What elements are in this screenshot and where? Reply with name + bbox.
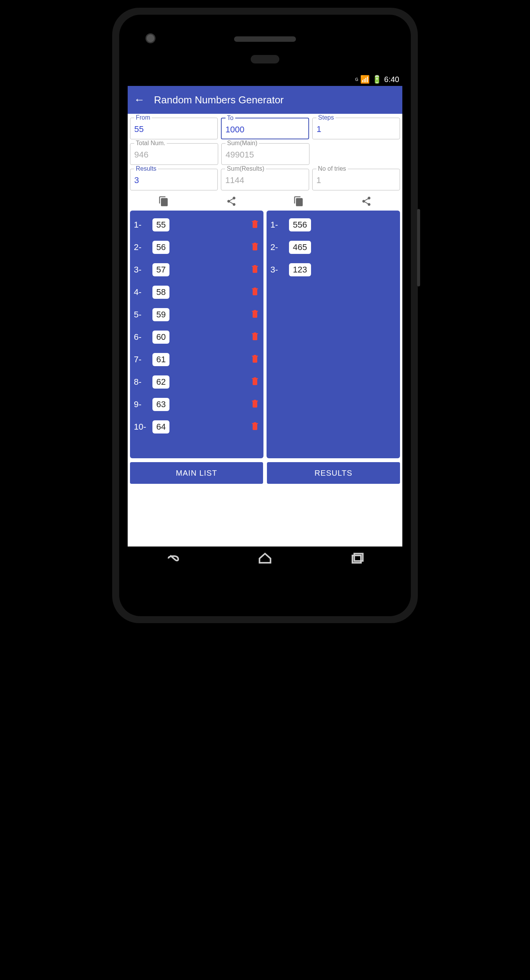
speaker: [234, 36, 296, 42]
list-index: 1-: [134, 220, 152, 230]
signal-icon: 📶: [360, 75, 370, 84]
android-navbar: [128, 547, 402, 572]
main-list-button[interactable]: MAIN LIST: [130, 462, 263, 484]
results-list-panel[interactable]: 1-5562-4653-123: [267, 211, 400, 458]
delete-icon[interactable]: [250, 331, 260, 343]
delete-icon[interactable]: [250, 286, 260, 298]
main-list-panel[interactable]: 1-552-563-574-585-596-607-618-629-6310-6…: [130, 211, 263, 458]
share-main-button[interactable]: [198, 196, 265, 207]
list-value-chip: 61: [152, 353, 169, 366]
back-arrow-icon[interactable]: ←: [134, 94, 145, 106]
list-item: 2-465: [270, 236, 396, 259]
list-index: 4-: [134, 287, 152, 297]
steps-value: 1: [316, 124, 396, 134]
share-results-button[interactable]: [333, 196, 400, 207]
delete-icon[interactable]: [250, 241, 260, 254]
spacer: [313, 143, 400, 165]
delete-icon[interactable]: [250, 219, 260, 231]
to-field[interactable]: To 1000: [221, 118, 309, 139]
tries-field: No of tries 1: [312, 169, 400, 190]
sumresults-value: 1144: [225, 175, 304, 185]
copy-icon: [158, 196, 169, 207]
summain-value: 499015: [226, 150, 305, 160]
from-label: From: [134, 114, 152, 121]
copy-main-button[interactable]: [130, 196, 198, 207]
list-value-chip: 57: [152, 263, 169, 276]
list-value-chip: 56: [152, 241, 169, 254]
nav-recent-icon[interactable]: [349, 551, 364, 567]
results-value: 3: [134, 175, 214, 185]
delete-icon[interactable]: [250, 421, 260, 433]
list-index: 3-: [270, 265, 289, 275]
list-item: 1-556: [270, 214, 396, 236]
share-icon: [226, 196, 237, 207]
list-item: 2-56: [134, 236, 260, 259]
summain-field: Sum(Main) 499015: [221, 143, 309, 165]
bottom-buttons: MAIN LIST RESULTS: [128, 458, 402, 488]
results-label: Results: [134, 165, 158, 172]
list-index: 10-: [134, 422, 152, 432]
results-field[interactable]: Results 3: [130, 169, 218, 190]
list-value-chip: 465: [289, 241, 311, 254]
list-item: 3-123: [270, 259, 396, 281]
list-item: 9-63: [134, 393, 260, 416]
lists-area: 1-552-563-574-585-596-607-618-629-6310-6…: [128, 211, 402, 458]
copy-icon: [293, 196, 304, 207]
list-index: 2-: [134, 242, 152, 252]
inputs-area: From 55 To 1000 Steps 1 Total Num.: [128, 114, 402, 211]
list-value-chip: 58: [152, 286, 169, 299]
to-label: To: [226, 115, 235, 122]
list-value-chip: 123: [289, 263, 311, 276]
power-button: [417, 209, 420, 286]
delete-icon[interactable]: [250, 376, 260, 388]
share-icon: [361, 196, 372, 207]
list-index: 3-: [134, 265, 152, 275]
copy-results-button[interactable]: [265, 196, 333, 207]
list-index: 6-: [134, 332, 152, 342]
list-value-chip: 62: [152, 375, 169, 389]
list-index: 5-: [134, 310, 152, 320]
list-item: 6-60: [134, 326, 260, 348]
delete-icon[interactable]: [250, 264, 260, 276]
delete-icon[interactable]: [250, 353, 260, 366]
list-index: 8-: [134, 377, 152, 387]
sumresults-label: Sum(Results): [225, 165, 266, 172]
list-item: 8-62: [134, 371, 260, 393]
summain-label: Sum(Main): [226, 140, 259, 147]
network-indicator: G: [355, 77, 358, 82]
status-bar: G 📶 🔋 6:40: [128, 73, 402, 86]
camera: [145, 33, 156, 43]
results-button[interactable]: RESULTS: [267, 462, 400, 484]
phone-frame: G 📶 🔋 6:40 ← Random Numbers Generator Fr…: [112, 8, 418, 623]
delete-icon[interactable]: [250, 398, 260, 411]
delete-icon[interactable]: [250, 308, 260, 321]
list-index: 1-: [270, 220, 289, 230]
totalnum-label: Total Num.: [134, 140, 167, 147]
steps-field[interactable]: Steps 1: [312, 118, 400, 139]
list-value-chip: 64: [152, 420, 169, 433]
list-value-chip: 63: [152, 398, 169, 411]
list-index: 7-: [134, 355, 152, 365]
nav-back-icon[interactable]: [166, 551, 181, 567]
totalnum-value: 946: [134, 150, 214, 160]
sumresults-field: Sum(Results) 1144: [221, 169, 309, 190]
list-item: 7-61: [134, 348, 260, 371]
list-value-chip: 60: [152, 331, 169, 344]
list-value-chip: 55: [152, 218, 169, 231]
totalnum-field: Total Num. 946: [130, 143, 218, 165]
clock: 6:40: [384, 75, 399, 84]
to-value: 1000: [226, 125, 305, 135]
list-value-chip: 59: [152, 308, 169, 321]
screen: G 📶 🔋 6:40 ← Random Numbers Generator Fr…: [128, 73, 402, 547]
from-value: 55: [134, 124, 214, 134]
nav-home-icon[interactable]: [258, 551, 272, 567]
list-item: 10-64: [134, 416, 260, 438]
tries-value: 1: [316, 175, 396, 185]
tries-label: No of tries: [316, 165, 348, 172]
list-index: 9-: [134, 399, 152, 409]
from-field[interactable]: From 55: [130, 118, 218, 139]
phone-bezel: G 📶 🔋 6:40 ← Random Numbers Generator Fr…: [119, 15, 411, 616]
list-item: 4-58: [134, 281, 260, 303]
list-value-chip: 556: [289, 218, 311, 231]
app-title: Random Numbers Generator: [154, 94, 284, 106]
